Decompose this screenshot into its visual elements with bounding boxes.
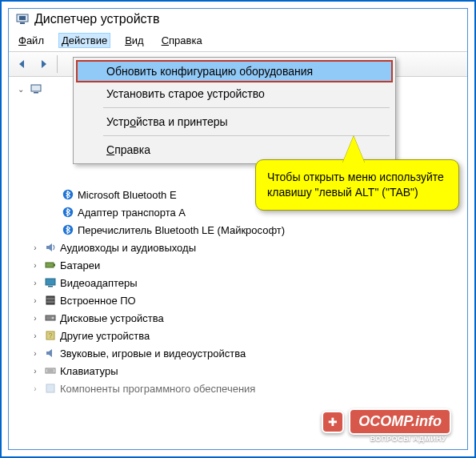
- tree-item-label: Адаптер транспорта A: [78, 207, 186, 219]
- tree-item-label: Перечислитель Bluetooth LE (Майкрософт): [78, 224, 285, 236]
- bluetooth-icon: [61, 187, 75, 202]
- tree-category-row[interactable]: › Звуковые, игровые и видеоустройства: [12, 344, 464, 362]
- tree-item-label: Аудиовходы и аудиовыходы: [60, 242, 196, 254]
- expand-icon[interactable]: ›: [30, 331, 41, 340]
- tree-category-row[interactable]: › Встроенное ПО: [12, 291, 464, 309]
- dropdown-separator: [103, 107, 390, 108]
- dd-label: Установить старое устройство: [106, 87, 265, 100]
- watermark: ✚ OCOMP.info ВОПРОСЫ АДМИНУ: [322, 408, 451, 435]
- tree-category-row[interactable]: › Клавиатуры: [12, 362, 464, 380]
- software-components-icon: [43, 381, 58, 396]
- device-manager-window: Диспетчер устройств Файл Действие Вид Сп…: [8, 8, 468, 450]
- menu-file-label: айл: [26, 34, 44, 46]
- forward-button[interactable]: [34, 55, 52, 73]
- callout-text: Чтобы открыть меню используйте клавишу "…: [267, 171, 444, 199]
- menu-add-legacy[interactable]: Установить старое устройство: [76, 82, 393, 105]
- tree-category-row[interactable]: › Дисковые устройства: [12, 309, 464, 327]
- toolbar-separator: [57, 55, 58, 73]
- computer-icon: [29, 82, 43, 96]
- bluetooth-icon: [61, 205, 75, 219]
- menu-file[interactable]: Файл: [15, 33, 47, 48]
- audio-icon: [43, 240, 58, 255]
- tree-item-label: Дисковые устройства: [60, 312, 164, 324]
- tree-item-label: Встроенное ПО: [60, 295, 136, 307]
- menu-view-label: ид: [132, 34, 144, 46]
- menu-action-label: ействие: [69, 34, 107, 46]
- svg-text:?: ?: [48, 331, 52, 339]
- hint-callout: Чтобы открыть меню используйте клавишу "…: [255, 159, 459, 211]
- svg-rect-4: [34, 92, 38, 94]
- menu-devices-printers[interactable]: Устройства и принтеры: [76, 110, 393, 133]
- tree-category-row[interactable]: › Аудиовходы и аудиовыходы: [12, 239, 464, 256]
- sound-icon: [43, 346, 58, 360]
- menu-scan-hardware[interactable]: Обновить конфигурацию оборудования: [76, 60, 393, 82]
- dd-label: Устройства и принтеры: [106, 115, 228, 128]
- expand-icon[interactable]: ›: [30, 279, 41, 287]
- expand-icon[interactable]: ›: [30, 296, 41, 305]
- tree-item-label: Клавиатуры: [60, 365, 118, 377]
- svg-rect-11: [48, 286, 53, 287]
- expand-icon[interactable]: ›: [30, 314, 41, 323]
- menu-view[interactable]: Вид: [122, 33, 147, 48]
- tree-item-label: Компоненты программного обеспечения: [60, 383, 255, 395]
- menu-bar: Файл Действие Вид Справка: [9, 31, 467, 51]
- svg-rect-3: [31, 85, 41, 91]
- tree-category-row[interactable]: › Компоненты программного обеспечения: [12, 380, 464, 397]
- svg-rect-2: [20, 22, 25, 24]
- keyboard-icon: [43, 364, 58, 378]
- tree-bluetooth-item[interactable]: Перечислитель Bluetooth LE (Майкрософт): [12, 221, 464, 239]
- watermark-icon: ✚: [322, 411, 344, 433]
- dd-label: Обновить конфигурацию оборудования: [106, 65, 313, 78]
- device-manager-icon: [15, 12, 30, 26]
- collapse-icon[interactable]: ⌄: [15, 85, 26, 94]
- svg-rect-22: [46, 384, 54, 392]
- expand-icon[interactable]: ›: [30, 384, 41, 393]
- tree-item-label: Видеоадаптеры: [60, 277, 138, 289]
- watermark-sub: ВОПРОСЫ АДМИНУ: [370, 435, 446, 443]
- svg-rect-9: [54, 264, 55, 267]
- other-devices-icon: ?: [43, 328, 58, 343]
- menu-help-label: правка: [169, 34, 202, 46]
- menu-help[interactable]: Справка: [158, 33, 206, 48]
- bluetooth-icon: [61, 223, 75, 237]
- back-button[interactable]: [14, 55, 31, 73]
- display-adapter-icon: [43, 275, 58, 290]
- expand-icon[interactable]: ›: [30, 243, 41, 252]
- watermark-badge: OCOMP.info ВОПРОСЫ АДМИНУ: [349, 408, 451, 435]
- tree-item-label: Батареи: [60, 259, 100, 271]
- battery-icon: [43, 258, 58, 272]
- svg-rect-1: [19, 16, 26, 20]
- menu-action[interactable]: Действие: [58, 33, 110, 48]
- tree-item-label: Microsoft Bluetooth E: [78, 189, 177, 201]
- svg-rect-19: [46, 368, 55, 373]
- tree-category-row[interactable]: › Видеоадаптеры: [12, 274, 464, 291]
- watermark-main: OCOMP.info: [358, 413, 442, 429]
- svg-rect-8: [46, 263, 54, 267]
- firmware-icon: [43, 293, 58, 307]
- svg-rect-10: [46, 279, 55, 285]
- tree-category-row[interactable]: › ? Другие устройства: [12, 327, 464, 344]
- title-bar: Диспетчер устройств: [9, 9, 467, 31]
- expand-icon[interactable]: ›: [30, 349, 41, 358]
- expand-icon[interactable]: ›: [30, 367, 41, 376]
- tree-item-label: Другие устройства: [60, 330, 150, 342]
- svg-point-16: [52, 317, 54, 319]
- window-title: Диспетчер устройств: [34, 12, 159, 26]
- disk-icon: [43, 311, 58, 325]
- expand-icon[interactable]: ›: [30, 261, 41, 270]
- tree-item-label: Звуковые, игровые и видеоустройства: [60, 348, 246, 360]
- dd-label: Справка: [106, 143, 150, 156]
- tree-category-row[interactable]: › Батареи: [12, 256, 464, 274]
- svg-rect-12: [46, 296, 54, 304]
